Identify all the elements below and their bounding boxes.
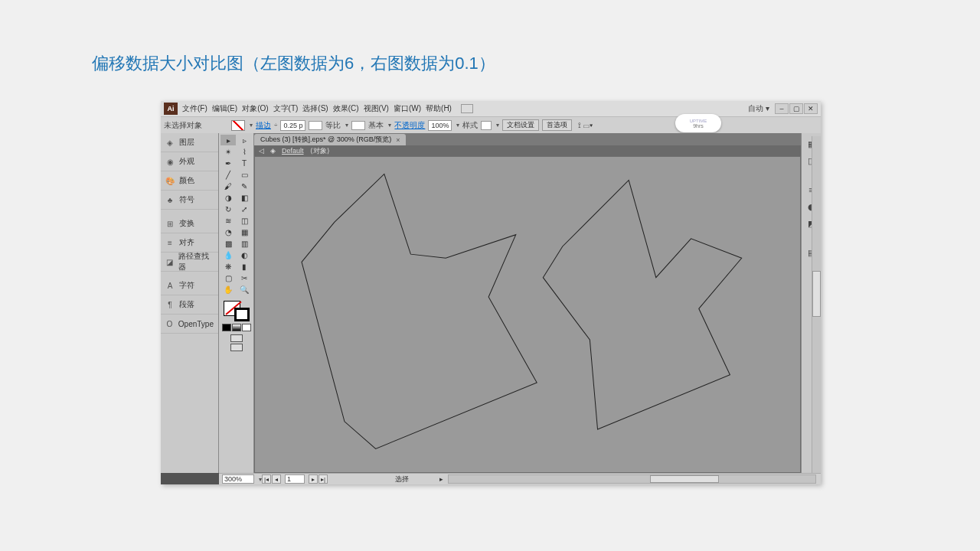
breadcrumb-default[interactable]: Default bbox=[282, 147, 304, 155]
pen-tool[interactable]: ✒ bbox=[220, 158, 236, 168]
screen-mode-normal[interactable] bbox=[230, 334, 243, 342]
horizontal-scroll-thumb[interactable] bbox=[650, 475, 719, 483]
menu-file[interactable]: 文件(F) bbox=[182, 103, 207, 114]
direct-selection-tool[interactable]: ▹ bbox=[237, 135, 252, 145]
perspective-tool[interactable]: ▦ bbox=[237, 227, 252, 237]
blend-tool[interactable]: ◐ bbox=[237, 249, 252, 260]
first-artboard-button[interactable]: |◂ bbox=[262, 474, 271, 484]
illustrator-window: Ai 文件(F) 编辑(E) 对象(O) 文字(T) 选择(S) 效果(C) 视… bbox=[161, 101, 821, 484]
panel-appearance[interactable]: ◉外观 bbox=[161, 152, 218, 171]
search-box-icon[interactable] bbox=[461, 104, 473, 113]
paragraph-icon: ¶ bbox=[165, 300, 175, 309]
close-tab-icon[interactable]: × bbox=[396, 136, 400, 144]
color-mode-swatch[interactable] bbox=[222, 324, 231, 331]
magic-wand-tool[interactable]: ✴ bbox=[220, 146, 236, 157]
panel-transform[interactable]: ⊞变换 bbox=[161, 214, 218, 233]
type-tool[interactable]: T bbox=[237, 158, 252, 168]
last-artboard-button[interactable]: ▸| bbox=[318, 474, 328, 484]
next-artboard-button[interactable]: ▸ bbox=[309, 474, 318, 484]
prev-artboard-button[interactable]: ◂ bbox=[272, 474, 281, 484]
width-tool[interactable]: ≋ bbox=[220, 215, 236, 226]
shape-builder-tool[interactable]: ◔ bbox=[220, 227, 236, 237]
stroke-weight-input[interactable]: 0.25 p bbox=[280, 120, 305, 131]
panel-opentype[interactable]: OOpenType bbox=[161, 315, 218, 334]
fill-swatch[interactable] bbox=[231, 120, 245, 131]
mesh-tool[interactable]: ▩ bbox=[220, 238, 236, 249]
menu-window[interactable]: 窗口(W) bbox=[394, 103, 421, 114]
free-transform-tool[interactable]: ◫ bbox=[237, 215, 252, 226]
panel-layers[interactable]: ◈图层 bbox=[161, 133, 218, 152]
document-tab-bar: Cubes (3) [转换].eps* @ 300% (RGB/预览) × bbox=[254, 133, 801, 145]
character-icon: A bbox=[165, 281, 175, 290]
menu-select[interactable]: 选择(S) bbox=[302, 103, 328, 114]
paintbrush-tool[interactable]: 🖌 bbox=[220, 181, 236, 191]
uptime-widget: UPTIME 9hrs bbox=[675, 114, 721, 132]
lasso-tool[interactable]: ⌇ bbox=[237, 146, 252, 157]
menu-type[interactable]: 文字(T) bbox=[273, 103, 299, 114]
opacity-input[interactable]: 100% bbox=[428, 120, 452, 131]
selection-status: 未选择对象 bbox=[164, 120, 202, 131]
align-icons[interactable]: ⟟ ▭▾ bbox=[578, 121, 593, 130]
document-tab-label: Cubes (3) [转换].eps* @ 300% (RGB/预览) bbox=[260, 135, 391, 145]
window-close[interactable]: ✕ bbox=[804, 103, 818, 114]
pencil-tool[interactable]: ✎ bbox=[237, 181, 252, 191]
stroke-indicator[interactable] bbox=[234, 308, 250, 321]
screen-mode-toggle[interactable] bbox=[230, 344, 243, 351]
fill-stroke-indicator[interactable] bbox=[222, 299, 251, 322]
stroke-profile[interactable] bbox=[309, 121, 322, 130]
panel-pathfinder[interactable]: ◪路径查找器 bbox=[161, 253, 218, 272]
status-menu-icon[interactable]: ▸ bbox=[439, 475, 443, 483]
menu-help[interactable]: 帮助(H) bbox=[426, 103, 452, 114]
eraser-tool[interactable]: ◧ bbox=[237, 192, 252, 203]
menu-object[interactable]: 对象(O) bbox=[242, 103, 268, 114]
stroke-stepper-icon[interactable]: ÷ bbox=[274, 122, 277, 129]
scale-tool[interactable]: ⤢ bbox=[237, 204, 252, 214]
line-tool[interactable]: ╱ bbox=[220, 169, 236, 180]
transform-icon: ⊞ bbox=[165, 219, 175, 228]
gradient-tool[interactable]: ▥ bbox=[237, 238, 252, 249]
hand-tool[interactable]: ✋ bbox=[220, 284, 236, 295]
opentype-icon: O bbox=[165, 319, 174, 328]
panel-character[interactable]: A字符 bbox=[161, 276, 218, 295]
symbol-sprayer-tool[interactable]: ❋ bbox=[220, 261, 236, 272]
window-maximize[interactable]: ▢ bbox=[789, 103, 803, 114]
menu-view[interactable]: 视图(V) bbox=[364, 103, 389, 114]
panel-paragraph[interactable]: ¶段落 bbox=[161, 295, 218, 315]
canvas[interactable] bbox=[254, 156, 801, 473]
rotate-tool[interactable]: ↻ bbox=[220, 204, 236, 214]
workspace-switcher[interactable]: 自动 ▾ bbox=[748, 103, 769, 114]
panel-color[interactable]: 🎨颜色 bbox=[161, 171, 218, 191]
slice-tool[interactable]: ✂ bbox=[237, 272, 252, 283]
zoom-input[interactable]: 300% bbox=[222, 474, 254, 484]
menu-effect[interactable]: 效果(C) bbox=[333, 103, 359, 114]
stroke-link[interactable]: 描边 bbox=[256, 120, 271, 131]
rectangle-tool[interactable]: ▭ bbox=[237, 169, 252, 180]
horizontal-scrollbar[interactable] bbox=[448, 474, 816, 484]
fill-dropdown-icon[interactable]: ▾ bbox=[250, 122, 253, 129]
left-shape bbox=[302, 174, 537, 448]
panel-align[interactable]: ≡对齐 bbox=[161, 233, 218, 253]
breadcrumb-object[interactable]: ⟨对象⟩ bbox=[310, 146, 330, 156]
opacity-link[interactable]: 不透明度 bbox=[394, 120, 425, 131]
document-tab[interactable]: Cubes (3) [转换].eps* @ 300% (RGB/预览) × bbox=[254, 134, 406, 145]
preferences-button[interactable]: 首选项 bbox=[542, 119, 572, 131]
blob-brush-tool[interactable]: ◑ bbox=[220, 192, 236, 203]
eyedropper-tool[interactable]: 💧 bbox=[220, 249, 236, 260]
window-minimize[interactable]: – bbox=[775, 103, 789, 114]
back-arrow-icon[interactable]: ◁ bbox=[259, 147, 264, 155]
brush-def[interactable] bbox=[351, 121, 365, 130]
vertical-scrollbar[interactable] bbox=[812, 136, 821, 473]
artboard-tool[interactable]: ▢ bbox=[220, 272, 236, 283]
selection-tool[interactable]: ▸ bbox=[220, 135, 236, 145]
vertical-scroll-thumb[interactable] bbox=[812, 271, 821, 317]
graph-tool[interactable]: ▮ bbox=[237, 261, 252, 272]
style-swatch[interactable] bbox=[481, 121, 492, 130]
zoom-tool[interactable]: 🔍 bbox=[237, 284, 252, 295]
none-mode-swatch[interactable] bbox=[242, 324, 251, 331]
document-setup-button[interactable]: 文档设置 bbox=[502, 119, 539, 131]
panel-symbols[interactable]: ♣符号 bbox=[161, 191, 218, 210]
document-area: Cubes (3) [转换].eps* @ 300% (RGB/预览) × ◁ … bbox=[254, 133, 801, 473]
artboard-number-input[interactable]: 1 bbox=[285, 474, 305, 484]
gradient-mode-swatch[interactable] bbox=[232, 324, 241, 331]
menu-edit[interactable]: 编辑(E) bbox=[212, 103, 237, 114]
